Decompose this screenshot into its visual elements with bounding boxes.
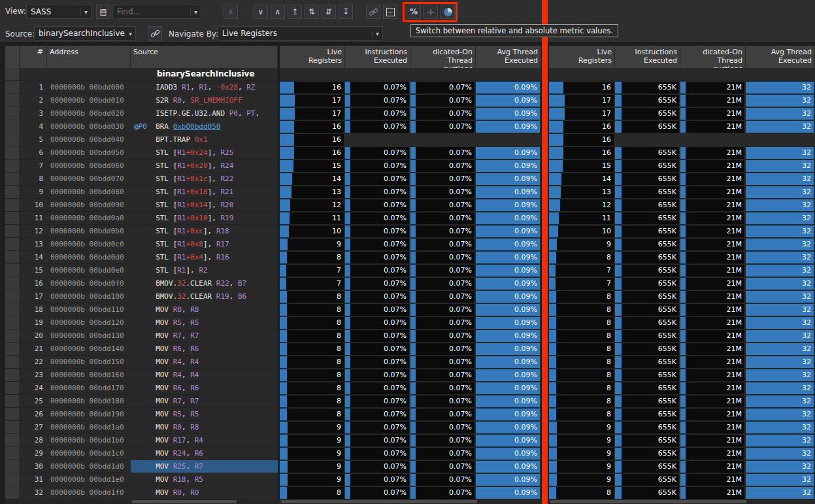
metric-avg-thread-executed-abs[interactable]: 32 <box>746 107 815 120</box>
metric-instructions-executed-abs[interactable]: 655K <box>615 107 680 120</box>
table-row[interactable]: 10000000b 00bdd000 IADD3 R1, R1, -0x28, … <box>5 81 815 94</box>
row-gutter[interactable] <box>5 199 20 211</box>
source-cell[interactable]: ISETP.GE.U32.AND P0, PT, <box>131 107 278 120</box>
metric-instructions-executed[interactable]: 0.07% <box>345 186 410 198</box>
metric-live-registers-abs[interactable]: 12 <box>549 199 615 211</box>
table-row[interactable]: 190000000b 00bdd120 MOV R5, R580.07%0.07… <box>5 316 815 329</box>
metric-avg-thread-executed[interactable]: 0.09% <box>476 382 541 394</box>
metric-live-registers[interactable]: 11 <box>280 212 345 224</box>
row-gutter[interactable] <box>5 421 20 433</box>
metric-live-registers-abs[interactable]: 8 <box>549 303 615 316</box>
metric-avg-thread-executed[interactable]: 0.09% <box>476 81 541 93</box>
metric-instructions-executed-abs[interactable]: 655K <box>615 434 680 446</box>
source-cell[interactable]: MOV R7, R7 <box>131 395 278 407</box>
table-row[interactable]: 110000000b 00bdd0a0 STL [R1+0x10], R1911… <box>5 212 815 225</box>
metric-predicated-executed[interactable]: 0.07% <box>410 447 476 460</box>
table-row[interactable]: 70000000b 00bdd060 STL [R1+0x20], R24150… <box>5 160 815 173</box>
metric-instructions-executed-abs[interactable]: 655K <box>615 447 680 460</box>
metric-live-registers-abs[interactable]: 8 <box>549 290 615 303</box>
source-cell[interactable]: BPT.TRAP 0x1 <box>131 133 278 146</box>
metric-avg-thread-executed-abs[interactable]: 32 <box>746 160 815 172</box>
metric-instructions-executed-abs[interactable]: 655K <box>615 146 680 159</box>
metric-avg-thread-executed[interactable]: 0.09% <box>476 212 541 224</box>
metric-live-registers-abs[interactable]: 8 <box>549 408 615 420</box>
row-gutter[interactable] <box>5 369 20 381</box>
header-live-registers[interactable]: LiveRegisters <box>280 46 345 68</box>
metric-live-registers[interactable]: 9 <box>280 434 345 446</box>
metric-avg-thread-executed-abs[interactable] <box>746 133 815 146</box>
metric-avg-thread-executed[interactable]: 0.09% <box>476 395 541 407</box>
metric-live-registers-abs[interactable]: 14 <box>549 173 615 185</box>
nav-button-2[interactable]: ↥ <box>288 5 302 19</box>
metric-avg-thread-executed[interactable]: 0.09% <box>476 120 541 133</box>
metric-instructions-executed[interactable]: 0.07% <box>345 395 410 407</box>
metric-predicated-executed[interactable]: 0.07% <box>410 238 476 250</box>
metric-avg-thread-executed-abs[interactable]: 32 <box>746 94 815 107</box>
metric-instructions-executed-abs[interactable]: 655K <box>615 225 680 237</box>
row-gutter[interactable] <box>5 68 20 80</box>
source-cell[interactable]: MOV R5, R5 <box>131 316 278 329</box>
metric-predicated-executed-abs[interactable]: 21M <box>680 94 746 107</box>
metric-avg-thread-executed[interactable]: 0.09% <box>476 473 541 486</box>
source-cell[interactable]: STL [R1+0x18], R21 <box>131 186 278 198</box>
metric-predicated-executed[interactable]: 0.07% <box>410 369 476 381</box>
metric-avg-thread-executed[interactable]: 0.09% <box>476 199 541 211</box>
metric-live-registers[interactable]: 14 <box>280 173 345 185</box>
source-cell[interactable]: STL [R1+0x4], R16 <box>131 251 278 263</box>
row-gutter[interactable] <box>5 486 20 499</box>
metric-live-registers[interactable]: 16 <box>280 120 345 133</box>
metric-predicated-executed[interactable]: 0.07% <box>410 160 476 172</box>
metric-instructions-executed[interactable]: 0.07% <box>345 238 410 250</box>
metric-predicated-executed-abs[interactable]: 21M <box>680 173 746 185</box>
metric-avg-thread-executed-abs[interactable]: 32 <box>746 238 815 250</box>
metric-avg-thread-executed-abs[interactable]: 32 <box>746 199 815 211</box>
row-gutter[interactable] <box>5 238 20 250</box>
source-cell[interactable]: STL [R1+0x10], R19 <box>131 212 278 224</box>
row-gutter[interactable] <box>5 264 20 277</box>
link-views-button[interactable] <box>366 5 380 19</box>
metric-instructions-executed-abs[interactable]: 655K <box>615 186 680 198</box>
metric-predicated-executed[interactable]: 0.07% <box>410 199 476 211</box>
metric-predicated-executed-abs[interactable]: 21M <box>680 107 746 120</box>
row-gutter[interactable] <box>5 303 20 316</box>
nav-button-0[interactable]: ∨ <box>254 5 268 19</box>
source-cell[interactable]: MOV R6, R6 <box>131 343 278 355</box>
metric-instructions-executed-abs[interactable]: 655K <box>615 81 680 93</box>
header-predicated-executed[interactable]: dicated-On Threadructions Executed <box>410 46 476 68</box>
metric-live-registers-abs[interactable]: 16 <box>549 81 615 93</box>
row-gutter[interactable] <box>5 290 20 303</box>
row-gutter[interactable] <box>5 329 20 342</box>
row-gutter[interactable] <box>5 94 20 107</box>
metric-live-registers-abs[interactable]: 9 <box>549 460 615 473</box>
metric-avg-thread-executed[interactable] <box>476 133 541 146</box>
table-row[interactable]: 320000000b 00bdd1f0 MOV R0, R080.07%0.07… <box>5 486 815 499</box>
source-dropdown[interactable]: binarySearchInclusive ▾ <box>34 26 136 41</box>
table-row[interactable]: 100000000b 00bdd090 STL [R1+0x14], R2012… <box>5 199 815 212</box>
metric-instructions-executed-abs[interactable]: 655K <box>615 173 680 185</box>
metric-live-registers-abs[interactable]: 10 <box>549 225 615 237</box>
metric-avg-thread-executed[interactable]: 0.09% <box>476 369 541 381</box>
row-gutter[interactable] <box>5 460 20 473</box>
metric-predicated-executed[interactable]: 0.07% <box>410 460 476 473</box>
metric-predicated-executed[interactable]: 0.07% <box>410 382 476 394</box>
metric-live-registers-abs[interactable]: 8 <box>549 369 615 381</box>
metric-live-registers[interactable]: 16 <box>280 133 345 146</box>
report-page-button[interactable]: ▤ <box>96 5 110 19</box>
table-row[interactable]: 250000000b 00bdd180 MOV R7, R780.07%0.07… <box>5 395 815 408</box>
source-cell[interactable]: BMOV.32.CLEAR R22, B7 <box>131 277 278 290</box>
metric-live-registers[interactable]: 9 <box>280 238 345 250</box>
metric-avg-thread-executed-abs[interactable]: 32 <box>746 290 815 303</box>
row-gutter[interactable] <box>5 107 20 120</box>
metric-live-registers[interactable]: 16 <box>280 81 345 93</box>
metric-live-registers-abs[interactable]: 17 <box>549 94 615 107</box>
metric-avg-thread-executed[interactable]: 0.09% <box>476 343 541 355</box>
metric-predicated-executed[interactable]: 0.07% <box>410 94 476 107</box>
table-row[interactable]: 180000000b 00bdd110 MOV R8, R880.07%0.07… <box>5 303 815 316</box>
metric-predicated-executed-abs[interactable]: 21M <box>680 81 746 93</box>
metric-live-registers[interactable]: 8 <box>280 343 345 355</box>
metric-avg-thread-executed-abs[interactable]: 32 <box>746 447 815 460</box>
metric-avg-thread-executed-abs[interactable]: 32 <box>746 264 815 277</box>
metric-live-registers-abs[interactable]: 8 <box>549 356 615 368</box>
row-gutter[interactable] <box>5 225 20 237</box>
metric-live-registers[interactable]: 8 <box>280 382 345 394</box>
